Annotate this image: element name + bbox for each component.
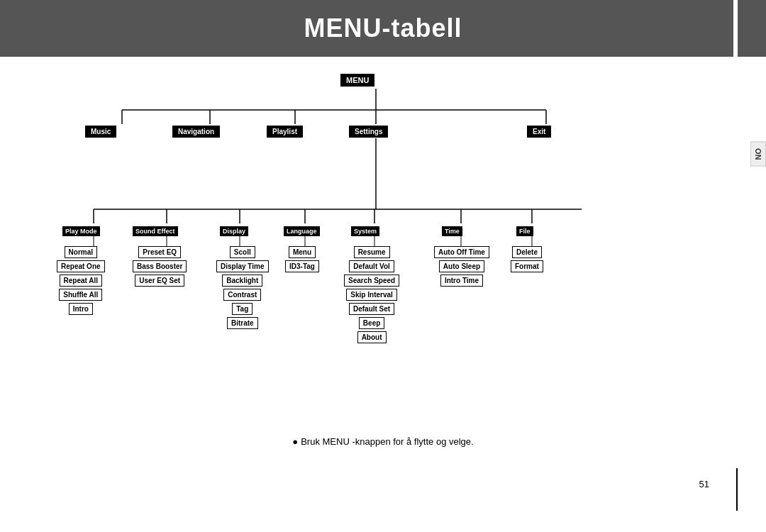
- menu-settings: Settings: [349, 124, 388, 138]
- side-label: NO: [750, 142, 766, 167]
- menu-music: Music: [85, 124, 116, 138]
- menu-language: Language: [284, 223, 320, 236]
- menu-file: File: [516, 223, 533, 236]
- menu-playlist: Playlist: [267, 124, 303, 138]
- sub-play-mode: Normal Repeat One Repeat All Shuffle All…: [57, 246, 105, 315]
- sub-display: Scoll Display Time Backlight Contrast Ta…: [216, 246, 269, 329]
- bullet-icon: ●: [292, 436, 298, 447]
- page-divider: [736, 468, 738, 511]
- menu-navigation: Navigation: [172, 124, 220, 138]
- menu-display: Display: [220, 223, 248, 236]
- menu-system: System: [351, 223, 379, 236]
- sub-time: Auto Off Time Auto Sleep Intro Time: [434, 246, 489, 287]
- sub-system: Resume Default Vol Search Speed Skip Int…: [344, 246, 399, 343]
- menu-play-mode: Play Mode: [62, 223, 100, 236]
- header-bar: [733, 0, 738, 57]
- sub-language: Menu ID3-Tag: [285, 246, 319, 272]
- page-header: MENU-tabell: [0, 0, 766, 57]
- menu-sound-effect: Sound Effect: [133, 223, 178, 236]
- menu-root: MENU: [340, 73, 374, 87]
- sub-file: Delete Format: [511, 246, 543, 272]
- sub-sound-effect: Preset EQ Bass Booster User EQ Set: [133, 246, 187, 287]
- menu-time: Time: [442, 223, 462, 236]
- page-number: 51: [699, 479, 709, 489]
- footer-text: ●Bruk MENU -knappen for å flytte og velg…: [0, 436, 766, 447]
- menu-exit: Exit: [527, 124, 551, 138]
- page-title: MENU-tabell: [304, 13, 462, 43]
